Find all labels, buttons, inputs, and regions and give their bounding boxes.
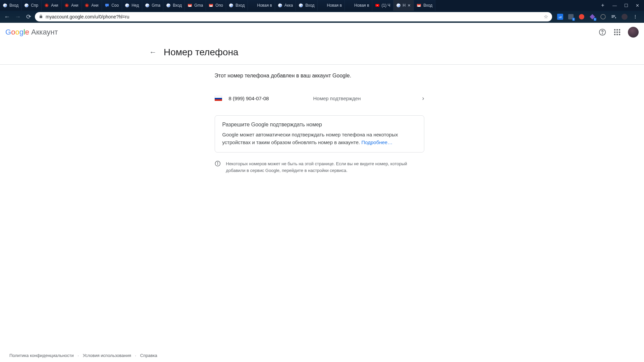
card-title: Разрешите Google подтверждать номер [222, 122, 417, 128]
close-tab-icon[interactable]: ✕ [408, 4, 411, 7]
extension-3[interactable] [578, 13, 585, 20]
tab-label: Спр [31, 3, 38, 8]
favicon-icon [278, 3, 282, 8]
privacy-link[interactable]: Политика конфиденциальности [9, 353, 74, 358]
favicon-icon [375, 3, 380, 8]
browser-tab[interactable]: Вход [414, 0, 435, 11]
favicon-icon [209, 3, 213, 8]
reload-button[interactable]: ⟳ [24, 12, 33, 21]
minimize-button[interactable]: — [612, 3, 617, 8]
intro-text: Этот номер телефона добавлен в ваш аккау… [215, 73, 424, 79]
lock-icon [39, 14, 43, 19]
learn-more-link[interactable]: Подробнее… [361, 139, 392, 145]
svg-point-25 [635, 18, 636, 18]
browser-tab[interactable]: Вход [163, 0, 185, 11]
forward-button[interactable]: → [13, 12, 22, 21]
browser-tab[interactable]: Новая в [345, 0, 372, 11]
browser-tab[interactable]: Вход [296, 0, 317, 11]
favicon-icon [85, 3, 89, 8]
avatar[interactable] [628, 27, 639, 38]
favicon-icon [125, 3, 129, 8]
tab-label: Ани [51, 3, 58, 8]
browser-tab[interactable]: Ани [62, 0, 82, 11]
phone-number: 8 (999) 904-07-08 [229, 96, 313, 101]
account-label: Аккаунт [31, 28, 58, 37]
tab-label: Новая в [327, 3, 342, 8]
favicon-icon [417, 3, 421, 8]
svg-point-20 [579, 14, 584, 19]
phone-row[interactable]: 8 (999) 904-07-08 Номер подтвержден › [215, 94, 424, 103]
browser-tab[interactable]: Вход [226, 0, 248, 11]
profile-icon[interactable] [621, 13, 628, 20]
browser-tab[interactable]: Ани [82, 0, 102, 11]
new-tab-button[interactable]: + [598, 0, 608, 11]
browser-tab[interactable]: Вход [0, 0, 21, 11]
app-bar: Google Аккаунт [0, 23, 644, 42]
heading-row: ← Номер телефона [149, 42, 495, 64]
tab-label: Вход [173, 3, 182, 8]
help-link[interactable]: Справка [140, 353, 157, 358]
favicon-icon [44, 3, 49, 8]
extension-4[interactable]: 1 [589, 13, 596, 20]
tab-label: Соо [111, 3, 119, 8]
browser-tab[interactable]: Новая в [248, 0, 275, 11]
close-window-button[interactable]: ✕ [636, 3, 639, 8]
browser-toolbar: ← → ⟳ myaccount.google.com/u/0/phone?hl=… [0, 11, 644, 23]
tab-label: Gma [194, 3, 203, 8]
footer: Политика конфиденциальности · Условия ис… [9, 353, 157, 358]
browser-tab[interactable]: Соо [102, 0, 122, 11]
chrome-menu-icon[interactable] [632, 13, 639, 20]
main-content: Этот номер телефона добавлен в ваш аккау… [215, 65, 424, 174]
info-text: Некоторых номеров может не быть на этой … [226, 161, 424, 174]
tab-label: Ани [91, 3, 98, 8]
extension-playlist-icon[interactable] [610, 13, 617, 20]
help-icon[interactable] [598, 28, 606, 36]
tab-label: Ани [71, 3, 78, 8]
browser-tab[interactable]: Нед [122, 0, 142, 11]
browser-tab[interactable]: Опо [206, 0, 226, 11]
address-bar[interactable]: myaccount.google.com/u/0/phone?hl=ru ☆ [35, 12, 552, 21]
back-button[interactable]: ← [3, 12, 11, 21]
browser-tab[interactable]: Gma [142, 0, 163, 11]
info-row: Некоторых номеров может не быть на этой … [215, 161, 424, 174]
terms-link[interactable]: Условия использования [83, 353, 131, 358]
browser-tab[interactable]: Спр [21, 0, 42, 11]
browser-tab[interactable]: Н✕ [393, 0, 414, 11]
browser-tab[interactable]: Акка [275, 0, 296, 11]
svg-point-30 [217, 162, 218, 163]
extension-2[interactable]: 1 [568, 13, 574, 20]
browser-tabs: ВходСпрАниАниАниСооНедGmaВходGmaОпоВходН… [0, 0, 598, 11]
svg-rect-5 [105, 4, 109, 6]
favicon-icon [64, 3, 69, 8]
favicon-icon [320, 3, 325, 8]
svg-point-27 [602, 34, 602, 34]
favicon-icon [105, 3, 109, 8]
chevron-right-icon: › [422, 95, 424, 102]
favicon-icon [24, 3, 29, 8]
browser-tab[interactable]: Ани [42, 0, 62, 11]
browser-tab[interactable]: (1) Ч [372, 0, 393, 11]
bookmark-star-icon[interactable]: ☆ [544, 14, 548, 20]
tab-label: Вход [235, 3, 245, 8]
google-account-logo[interactable]: Google Аккаунт [5, 28, 58, 37]
back-arrow-icon[interactable]: ← [149, 48, 157, 57]
tab-label: Акка [284, 3, 293, 8]
apps-grid-icon[interactable] [613, 28, 621, 36]
tab-label: Вход [305, 3, 314, 8]
svg-point-23 [635, 15, 636, 16]
extension-5[interactable] [600, 13, 606, 20]
svg-point-22 [622, 14, 628, 20]
card-body: Google может автоматически подтверждать … [222, 131, 417, 146]
browser-tab[interactable]: Gma [185, 0, 206, 11]
app-bar-tools [598, 27, 639, 38]
favicon-icon [396, 3, 401, 8]
google-logo: Google [5, 28, 29, 37]
maximize-button[interactable]: ☐ [624, 3, 628, 8]
favicon-icon [3, 3, 7, 8]
extension-1[interactable]: off [557, 13, 564, 20]
info-icon [215, 161, 221, 167]
page-title: Номер телефона [164, 47, 238, 58]
favicon-icon [347, 3, 352, 8]
browser-tab[interactable]: Новая в [318, 0, 345, 11]
tab-label: Вход [423, 3, 432, 8]
